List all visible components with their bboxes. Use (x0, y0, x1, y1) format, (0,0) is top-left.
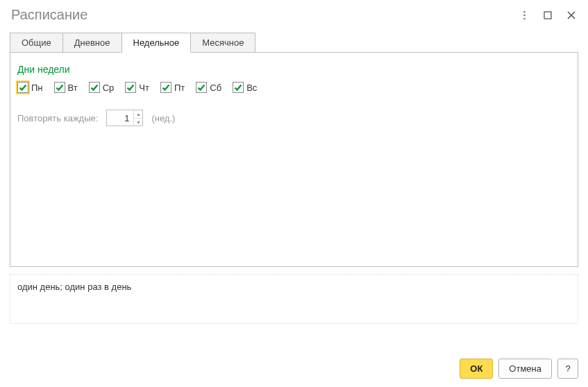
repeat-input[interactable] (107, 110, 133, 126)
schedule-description: один день; один раз в день (10, 274, 578, 324)
day-mon: Пн (17, 82, 43, 93)
day-fri: Пт (160, 82, 185, 93)
repeat-field: ▲ ▼ (106, 110, 143, 126)
cancel-button[interactable]: Отмена (498, 359, 552, 379)
days-row: Пн Вт Ср Чт Пт Сб Вс (17, 82, 571, 93)
day-label: Ср (103, 83, 115, 93)
svg-point-1 (523, 14, 526, 16)
maximize-icon[interactable] (542, 10, 553, 21)
day-tue: Вт (54, 82, 78, 93)
ok-button[interactable]: ОК (460, 359, 493, 379)
tab-content-weekly: Дни недели Пн Вт Ср Чт Пт Сб Вс (10, 52, 578, 267)
day-label: Чт (139, 83, 149, 93)
day-sun: Вс (233, 82, 257, 93)
tab-monthly[interactable]: Месячное (190, 33, 255, 53)
close-icon[interactable] (566, 10, 577, 21)
day-label: Вт (68, 83, 78, 93)
day-sat: Сб (196, 82, 221, 93)
checkbox-sun[interactable] (233, 82, 244, 93)
day-label: Пн (31, 83, 43, 93)
svg-point-2 (523, 17, 526, 19)
tab-weekly[interactable]: Недельное (121, 33, 192, 53)
spinner-up-icon[interactable]: ▲ (134, 110, 142, 118)
svg-rect-3 (544, 12, 551, 19)
footer: ОК Отмена ? (460, 359, 578, 379)
tab-general[interactable]: Общие (10, 33, 63, 53)
day-wed: Ср (89, 82, 115, 93)
day-label: Вс (246, 83, 257, 93)
kebab-menu-icon[interactable] (519, 10, 530, 21)
days-section-title: Дни недели (17, 64, 571, 75)
repeat-unit: (нед.) (151, 113, 175, 123)
help-button[interactable]: ? (557, 359, 578, 379)
spinner-down-icon[interactable]: ▼ (134, 118, 142, 126)
day-label: Сб (210, 83, 221, 93)
checkbox-fri[interactable] (160, 82, 171, 93)
checkbox-wed[interactable] (89, 82, 100, 93)
repeat-label: Повторять каждые: (17, 113, 98, 123)
tabbar: Общие Дневное Недельное Месячное (0, 27, 588, 53)
checkbox-thu[interactable] (125, 82, 136, 93)
checkbox-sat[interactable] (196, 82, 207, 93)
window-title: Расписание (11, 7, 87, 23)
repeat-row: Повторять каждые: ▲ ▼ (нед.) (17, 110, 571, 126)
svg-point-0 (523, 10, 526, 12)
tab-daily[interactable]: Дневное (62, 33, 122, 53)
day-thu: Чт (125, 82, 149, 93)
day-label: Пт (174, 83, 185, 93)
checkbox-mon[interactable] (17, 82, 28, 93)
checkbox-tue[interactable] (54, 82, 65, 93)
